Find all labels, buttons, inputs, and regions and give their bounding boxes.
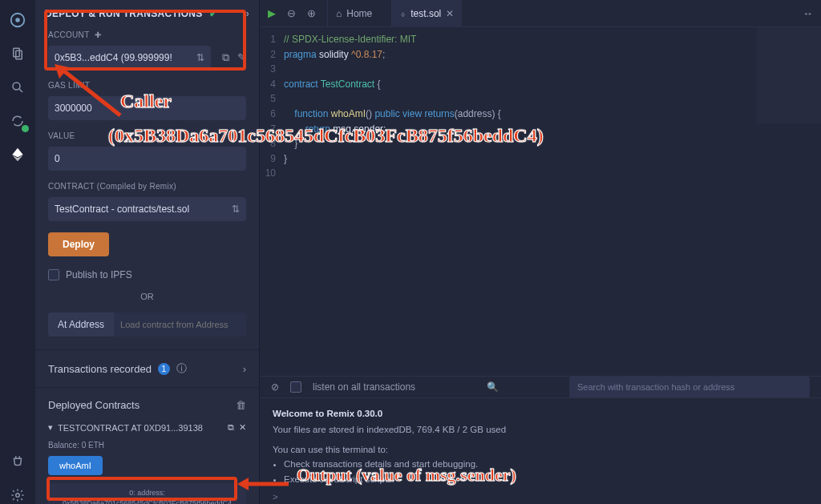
chevron-updown-icon: ⇅ — [196, 52, 204, 63]
terminal-welcome: Welcome to Remix 0.30.0 — [273, 406, 808, 421]
contract-label: CONTRACT (Compiled by Remix) — [48, 182, 246, 191]
chevron-right-icon[interactable]: › — [246, 8, 249, 19]
home-icon: ⌂ — [336, 8, 342, 19]
deployed-contract-name: TESTCONTRACT AT 0XD91...39138 — [58, 423, 203, 433]
terminal-storage: Your files are stored in indexedDB, 769.… — [273, 422, 808, 437]
expand-icon[interactable]: ↔ — [803, 7, 813, 19]
search-icon[interactable] — [9, 79, 26, 96]
no-bug-icon[interactable]: ⊘ — [271, 381, 279, 393]
solidity-icon: ⬨ — [400, 8, 406, 19]
settings-icon[interactable] — [9, 486, 26, 504]
tx-count-badge: 1 — [158, 363, 170, 375]
svg-point-4 — [13, 83, 20, 90]
value-label: VALUE — [48, 131, 246, 140]
compiler-icon[interactable] — [9, 112, 26, 130]
terminal-prompt[interactable]: > — [273, 490, 808, 504]
publish-ipfs-label: Publish to IPFS — [66, 269, 132, 280]
copy-icon[interactable]: ⧉ — [228, 422, 234, 433]
function-output: 0: address: 0x5B38Da6a701c568545dCfcB03F… — [48, 483, 246, 504]
edit-icon[interactable]: ✎ — [237, 51, 246, 64]
tx-recorded-label: Transactions recorded — [48, 363, 152, 375]
tab-home[interactable]: ⌂ Home — [327, 0, 380, 27]
code-editor[interactable]: 12345678910 // SPDX-License-Identifier: … — [260, 27, 821, 376]
contract-select[interactable]: TestContract - contracts/test.sol ⇅ — [48, 197, 246, 221]
check-icon: ✔ — [209, 8, 217, 19]
zoom-out-icon[interactable]: ⊖ — [287, 7, 296, 19]
chevron-right-icon[interactable]: › — [243, 363, 246, 375]
tab-file[interactable]: ⬨ test.sol ✕ — [391, 0, 462, 27]
tx-search-input[interactable]: Search with transaction hash or address — [569, 377, 810, 397]
whoami-button[interactable]: whoAmI — [48, 456, 103, 475]
contract-value: TestContract - contracts/test.sol — [55, 204, 189, 215]
gaslimit-label: GAS LIMIT — [48, 81, 246, 90]
at-address-button[interactable]: At Address — [48, 312, 114, 337]
chevron-down-icon[interactable]: ▾ — [48, 422, 53, 433]
tab-file-label: test.sol — [410, 8, 441, 19]
or-divider: OR — [48, 292, 246, 301]
run-icon[interactable]: ▶ — [268, 7, 276, 19]
remix-logo-icon[interactable] — [9, 11, 26, 29]
gaslimit-value: 3000000 — [55, 103, 92, 114]
tab-home-label: Home — [346, 8, 372, 19]
code-content: // SPDX-License-Identifier: MIT pragma s… — [284, 32, 821, 376]
search-icon[interactable]: 🔍 — [487, 381, 499, 393]
plugin-icon[interactable] — [9, 453, 26, 470]
chevron-updown-icon: ⇅ — [232, 204, 240, 215]
info-icon[interactable]: ⓘ — [176, 361, 187, 376]
account-label: ACCOUNT — [48, 30, 90, 39]
zoom-in-icon[interactable]: ⊕ — [307, 7, 316, 19]
terminal[interactable]: Welcome to Remix 0.30.0 Your files are s… — [260, 398, 821, 504]
listen-checkbox[interactable] — [290, 381, 301, 393]
trash-icon[interactable]: 🗑 — [236, 399, 246, 411]
at-address-input[interactable] — [114, 312, 246, 337]
contract-balance: Balance: 0 ETH — [48, 441, 246, 450]
panel-title: DEPLOY & RUN TRANSACTIONS — [45, 8, 203, 19]
account-value: 0x5B3...eddC4 (99.999999! — [55, 52, 172, 63]
value-value: 0 — [55, 153, 60, 164]
terminal-bullet: Execute JavaScript scripts. — [284, 472, 808, 486]
add-account-icon[interactable]: ✚ — [95, 30, 101, 39]
deploy-icon[interactable] — [9, 146, 26, 163]
svg-point-1 — [15, 18, 20, 22]
value-input[interactable]: 0 — [48, 147, 246, 171]
svg-point-5 — [16, 494, 20, 498]
terminal-bullet: Check transactions details and start deb… — [284, 457, 808, 471]
gaslimit-input[interactable]: 3000000 — [48, 96, 246, 120]
publish-ipfs-checkbox[interactable] — [48, 269, 59, 280]
line-gutter: 12345678910 — [260, 32, 284, 376]
account-select[interactable]: 0x5B3...eddC4 (99.999999! ⇅ — [48, 46, 211, 70]
terminal-hint: You can use this terminal to: — [273, 442, 808, 457]
deployed-contracts-label: Deployed Contracts — [48, 399, 140, 411]
file-explorer-icon[interactable] — [9, 45, 26, 62]
close-icon[interactable]: ✕ — [239, 422, 246, 433]
listen-label: listen on all transactions — [313, 381, 415, 393]
copy-icon[interactable]: ⧉ — [222, 51, 229, 64]
deploy-button[interactable]: Deploy — [48, 232, 109, 256]
close-icon[interactable]: ✕ — [446, 8, 454, 19]
minimap[interactable] — [757, 27, 821, 123]
